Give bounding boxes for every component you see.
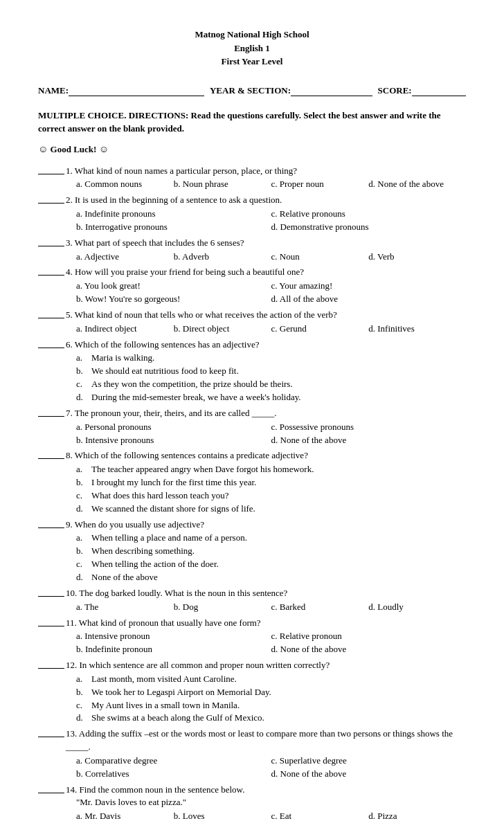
question-line-2: 2. It is used in the beginning of a sent… <box>38 194 466 207</box>
name-row: NAME: YEAR & SECTION: SCORE: <box>38 85 466 96</box>
choice-4-1: a. You look great! <box>76 280 271 293</box>
choice-2-2: c. Relative pronouns <box>271 208 467 221</box>
question-block-4: 4. How will you praise your friend for b… <box>38 266 466 306</box>
question-line-9: 9. When do you usually use adjective? <box>38 518 466 532</box>
answer-blank-10[interactable] <box>38 587 64 597</box>
choice-7-3: b. Intensive pronouns <box>76 434 271 447</box>
answer-blank-1[interactable] <box>38 165 64 174</box>
question-line-8: 8. Which of the following sentences cont… <box>38 449 466 462</box>
choice-11-3: b. Indefinite pronoun <box>76 643 271 656</box>
question-line-3: 3. What part of speech that includes the… <box>38 237 466 250</box>
choices-9: a. When telling a place and name of a pe… <box>76 532 466 584</box>
question-text-9: 9. When do you usually use adjective? <box>66 518 466 532</box>
score-label: SCORE: <box>378 85 412 96</box>
question-line-5: 5. What kind of noun that tells who or w… <box>38 309 466 322</box>
name-blank[interactable] <box>69 85 204 96</box>
question-text-13: 13. Adding the suffix –est or the words … <box>66 728 466 754</box>
choice-10-4: d. Loudly <box>368 601 466 614</box>
score-blank[interactable] <box>412 85 466 96</box>
question-line-11: 11. What kind of pronoun that usually ha… <box>38 617 466 630</box>
answer-blank-13[interactable] <box>38 728 64 737</box>
question-text-4: 4. How will you praise your friend for b… <box>66 266 466 279</box>
year-section-blank[interactable] <box>291 85 372 96</box>
question-block-11: 11. What kind of pronoun that usually ha… <box>38 617 466 657</box>
choice-5-2: b. Direct object <box>174 323 271 336</box>
choices-6: a. Maria is walking.b. We should eat nut… <box>76 352 466 404</box>
choice-14-4: d. Pizza <box>368 810 466 823</box>
choice-14-2: b. Loves <box>174 810 271 823</box>
directions-bold: MULTIPLE CHOICE. DIRECTIONS: Read the qu… <box>38 110 441 134</box>
choice-12-3: c. My Aunt lives in a small town in Mani… <box>76 699 466 712</box>
choice-11-1: a. Intensive pronoun <box>76 630 271 643</box>
year-section-label: YEAR & SECTION: <box>210 85 291 96</box>
choices-13: a. Comparative degreec. Superlative degr… <box>76 755 466 781</box>
choice-1-3: c. Proper noun <box>271 178 369 191</box>
question-text-7: 7. The pronoun your, their, theirs, and … <box>66 407 466 420</box>
choices-11: a. Intensive pronounc. Relative pronounb… <box>76 630 466 656</box>
choice-11-2: c. Relative pronoun <box>271 630 467 643</box>
question-text-8: 8. Which of the following sentences cont… <box>66 449 466 462</box>
choice-5-4: d. Infinitives <box>368 323 466 336</box>
question-text-6: 6. Which of the following sentences has … <box>66 339 466 352</box>
choice-11-4: d. None of the above <box>271 643 467 656</box>
choices-2: a. Indefinite pronounsc. Relative pronou… <box>76 208 466 234</box>
question-block-6: 6. Which of the following sentences has … <box>38 339 466 404</box>
choices-10: a. Theb. Dogc. Barkedd. Loudly <box>76 601 466 614</box>
question-block-3: 3. What part of speech that includes the… <box>38 237 466 264</box>
question-block-14: 14. Find the common noun in the sentence… <box>38 784 466 824</box>
choice-8-3: c. What does this hard lesson teach you? <box>76 489 466 503</box>
answer-blank-14[interactable] <box>38 784 64 793</box>
question-block-1: 1. What kind of noun names a particular … <box>38 165 466 192</box>
question-line-10: 10. The dog barked loudly. What is the n… <box>38 587 466 600</box>
answer-blank-6[interactable] <box>38 339 64 348</box>
choice-3-2: b. Adverb <box>174 251 271 264</box>
answer-blank-5[interactable] <box>38 309 64 318</box>
choice-3-4: d. Verb <box>368 251 466 264</box>
question-text-2: 2. It is used in the beginning of a sent… <box>66 194 466 207</box>
question-text-1: 1. What kind of noun names a particular … <box>66 165 466 178</box>
question-line-6: 6. Which of the following sentences has … <box>38 339 466 352</box>
choice-6-1: a. Maria is walking. <box>76 352 466 365</box>
choice-8-1: a. The teacher appeared angry when Dave … <box>76 463 466 476</box>
choice-8-2: b. I brought my lunch for the first time… <box>76 476 466 489</box>
answer-blank-9[interactable] <box>38 518 64 528</box>
choices-7: a. Personal pronounsc. Possessive pronou… <box>76 421 466 447</box>
choice-9-2: b. When describing something. <box>76 545 466 558</box>
answer-blank-11[interactable] <box>38 617 64 626</box>
choice-7-1: a. Personal pronouns <box>76 421 271 434</box>
choice-4-3: b. Wow! You're so gorgeous! <box>76 293 271 306</box>
choice-2-1: a. Indefinite pronouns <box>76 208 271 221</box>
subject-name: English 1 <box>38 42 466 55</box>
answer-blank-4[interactable] <box>38 266 64 276</box>
choice-7-2: c. Possessive pronouns <box>271 421 467 434</box>
choices-12: a. Last month, mom visited Aunt Caroline… <box>76 673 466 725</box>
question-line-14: 14. Find the common noun in the sentence… <box>38 784 466 797</box>
choices-4: a. You look great!c. Your amazing!b. Wow… <box>76 280 466 306</box>
answer-blank-3[interactable] <box>38 237 64 246</box>
choice-14-1: a. Mr. Davis <box>76 810 174 823</box>
question-block-12: 12. In which sentence are all common and… <box>38 659 466 725</box>
choice-5-3: c. Gerund <box>271 323 369 336</box>
name-label: NAME: <box>38 85 69 96</box>
question-subtext-14: "Mr. Davis loves to eat pizza." <box>76 796 466 809</box>
choice-12-2: b. We took her to Legaspi Airport on Mem… <box>76 686 466 699</box>
choice-6-3: c. As they won the competition, the priz… <box>76 378 466 391</box>
choice-1-1: a. Common nouns <box>76 178 174 191</box>
smiley-left: ☺ <box>38 144 48 154</box>
good-luck-label: Good Luck! <box>51 144 97 154</box>
school-name: Matnog National High School <box>38 28 466 42</box>
answer-blank-7[interactable] <box>38 407 64 417</box>
answer-blank-8[interactable] <box>38 449 64 459</box>
choice-13-1: a. Comparative degree <box>76 755 271 768</box>
choice-12-1: a. Last month, mom visited Aunt Caroline… <box>76 673 466 686</box>
year-level: First Year Level <box>38 55 466 69</box>
question-line-1: 1. What kind of noun names a particular … <box>38 165 466 178</box>
choice-2-3: b. Interrogative pronouns <box>76 221 271 234</box>
question-line-4: 4. How will you praise your friend for b… <box>38 266 466 279</box>
question-block-7: 7. The pronoun your, their, theirs, and … <box>38 407 466 447</box>
answer-blank-2[interactable] <box>38 194 64 204</box>
choice-14-3: c. Eat <box>271 810 369 823</box>
choice-4-2: c. Your amazing! <box>271 280 467 293</box>
question-block-8: 8. Which of the following sentences cont… <box>38 449 466 515</box>
answer-blank-12[interactable] <box>38 659 64 669</box>
